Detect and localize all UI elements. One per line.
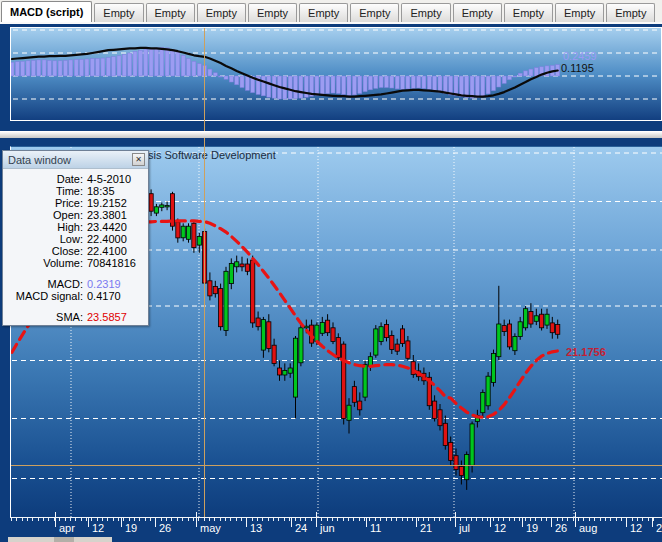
macd-histogram-bar bbox=[534, 68, 538, 76]
axis-label-2: 2 bbox=[656, 522, 662, 534]
macd-histogram-bar bbox=[406, 76, 410, 89]
candle-down bbox=[454, 456, 458, 470]
axis-divider bbox=[652, 518, 653, 527]
axis-minor-tick bbox=[198, 518, 199, 521]
axis-minor-tick bbox=[107, 518, 108, 521]
row-label: Low: bbox=[3, 233, 83, 245]
candle-down bbox=[358, 401, 362, 410]
candle-up bbox=[363, 365, 367, 398]
macd-histogram-bar bbox=[368, 76, 372, 90]
tab-empty-10[interactable]: Empty bbox=[555, 3, 604, 22]
panel-splitter[interactable] bbox=[0, 131, 662, 138]
tab-empty-1[interactable]: Empty bbox=[94, 3, 143, 22]
tab-macd-script[interactable]: MACD (script) bbox=[1, 1, 92, 22]
axis-minor-tick bbox=[321, 518, 322, 521]
axis-divider bbox=[291, 518, 292, 527]
axis-label-19: 19 bbox=[125, 522, 137, 534]
scrollbar-thumb[interactable] bbox=[54, 537, 74, 542]
macd-histogram-bar bbox=[443, 76, 447, 94]
macd-histogram-bar bbox=[138, 50, 142, 76]
axis-label-aug: aug bbox=[579, 522, 597, 534]
axis-minor-tick bbox=[241, 518, 242, 521]
macd-histogram-bar bbox=[326, 76, 330, 94]
axis-minor-tick bbox=[423, 518, 424, 521]
horizontal-scrollbar[interactable] bbox=[8, 537, 112, 542]
axis-minor-tick bbox=[225, 518, 226, 521]
data-window[interactable]: Data window ✕ Date:4-5-2010Time:18:35Pri… bbox=[2, 150, 149, 326]
tab-empty-9[interactable]: Empty bbox=[504, 3, 553, 22]
row-value: 4-5-2010 bbox=[87, 173, 131, 185]
axis-minor-tick bbox=[102, 518, 103, 521]
macd-histogram-bar bbox=[294, 76, 298, 99]
macd-histogram-bar bbox=[427, 76, 431, 89]
data-window-row: Volume:70841816 bbox=[3, 257, 148, 269]
candle-up bbox=[320, 322, 324, 333]
candle-down bbox=[245, 264, 249, 271]
tab-empty-3[interactable]: Empty bbox=[197, 3, 246, 22]
axis-minor-tick bbox=[418, 518, 419, 521]
tab-empty-6[interactable]: Empty bbox=[350, 3, 399, 22]
axis-minor-tick bbox=[466, 518, 467, 521]
macd-histogram-bar bbox=[438, 76, 442, 92]
axis-minor-tick bbox=[38, 518, 39, 521]
axis-label-11: 11 bbox=[370, 522, 381, 534]
macd-histogram-bar bbox=[64, 60, 68, 76]
tab-empty-7[interactable]: Empty bbox=[401, 3, 450, 22]
axis-minor-tick bbox=[177, 518, 178, 521]
data-window-titlebar[interactable]: Data window ✕ bbox=[3, 151, 148, 169]
macd-histogram-bar bbox=[518, 73, 522, 76]
row-value: 23.5857 bbox=[87, 311, 127, 323]
axis-minor-tick bbox=[616, 518, 617, 521]
macd-histogram-bar bbox=[31, 60, 35, 76]
data-window-row: MACD:0.2319 bbox=[3, 278, 148, 290]
macd-histogram-bar bbox=[171, 49, 175, 76]
axis-minor-tick bbox=[134, 518, 135, 521]
macd-histogram-bar bbox=[385, 76, 389, 88]
candle-up bbox=[534, 316, 538, 322]
macd-histogram-bar bbox=[144, 49, 148, 76]
axis-label-19: 19 bbox=[526, 522, 538, 534]
candle-up bbox=[486, 376, 490, 406]
axis-minor-tick bbox=[493, 518, 494, 521]
candle-up bbox=[545, 314, 549, 325]
tab-empty-2[interactable]: Empty bbox=[146, 3, 195, 22]
axis-divider bbox=[551, 518, 552, 527]
candle-down bbox=[352, 387, 356, 403]
tab-empty-5[interactable]: Empty bbox=[299, 3, 348, 22]
candle-up bbox=[518, 322, 522, 337]
candle-up bbox=[235, 262, 239, 267]
axis-divider bbox=[416, 518, 417, 527]
close-icon[interactable]: ✕ bbox=[132, 153, 145, 166]
row-value: 22.4000 bbox=[87, 233, 127, 245]
axis-minor-tick bbox=[562, 518, 563, 521]
macd-histogram-bar bbox=[26, 61, 30, 76]
macd-indicator-panel[interactable] bbox=[10, 27, 662, 121]
candle-down bbox=[433, 401, 437, 418]
data-window-row: SMA:23.5857 bbox=[3, 311, 148, 323]
macd-chart-canvas[interactable] bbox=[11, 28, 661, 120]
row-value: 19.2152 bbox=[87, 197, 127, 209]
axis-minor-tick bbox=[605, 518, 606, 521]
macd-histogram-bar bbox=[352, 76, 356, 95]
data-window-row: Date:4-5-2010 bbox=[3, 173, 148, 185]
tab-empty-8[interactable]: Empty bbox=[453, 3, 502, 22]
row-value: 23.4420 bbox=[87, 221, 127, 233]
tab-empty-4[interactable]: Empty bbox=[248, 3, 297, 22]
macd-histogram-bar bbox=[74, 59, 78, 76]
macd-histogram-bar bbox=[336, 76, 340, 94]
macd-signal-last-value-label: 0.1195 bbox=[561, 62, 594, 74]
row-label: SMA: bbox=[3, 311, 83, 323]
macd-histogram-bar bbox=[149, 48, 153, 76]
macd-histogram-bar bbox=[240, 76, 244, 88]
macd-histogram-bar bbox=[449, 76, 453, 95]
axis-label-jun: jun bbox=[320, 522, 335, 534]
axis-minor-tick bbox=[311, 518, 312, 521]
crosshair-vertical-line bbox=[204, 28, 205, 517]
candle-down bbox=[342, 344, 346, 418]
row-label: High: bbox=[3, 221, 83, 233]
row-value: 70841816 bbox=[87, 257, 136, 269]
tab-empty-11[interactable]: Empty bbox=[606, 3, 655, 22]
axis-minor-tick bbox=[145, 518, 146, 521]
axis-minor-tick bbox=[27, 518, 28, 521]
macd-histogram-bar bbox=[299, 76, 303, 98]
